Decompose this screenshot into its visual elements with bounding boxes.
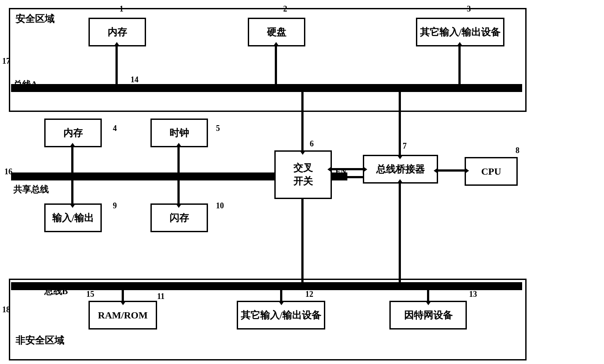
crossbar-switch: 交叉 开关 bbox=[274, 150, 332, 199]
arrow-cpu-bridge bbox=[438, 169, 465, 172]
arrow-other-io-top-bus bbox=[458, 46, 461, 84]
label-8: 8 bbox=[516, 146, 519, 155]
arrow-internet-busb bbox=[427, 290, 429, 301]
bus-a-label: 总线A bbox=[13, 79, 37, 91]
label-18: 18 bbox=[2, 305, 10, 314]
cpu: CPU bbox=[465, 157, 518, 186]
label-15: 15 bbox=[86, 290, 94, 299]
arrow-flash-sbus bbox=[177, 180, 180, 203]
nonsecure-zone-label: 非安全区域 bbox=[15, 334, 64, 347]
label-14: 14 bbox=[131, 75, 138, 84]
crossbar-switch-label: 交叉 开关 bbox=[293, 161, 313, 188]
bus-b-line bbox=[11, 282, 522, 290]
label-7: 7 bbox=[403, 142, 407, 151]
arrow-other-io-bot-busb bbox=[280, 290, 282, 301]
label-5: 5 bbox=[216, 124, 220, 133]
arrow-ramrom-busb bbox=[122, 290, 124, 301]
arrow-io-sbus bbox=[71, 180, 73, 203]
label-2: 2 bbox=[283, 4, 287, 14]
diagram: 安全区域 非安全区域 17 18 内存 1 硬盘 2 其它输入/输出设备 3 总… bbox=[0, 0, 604, 364]
arrow-memory-top-bus bbox=[115, 46, 118, 84]
arrow-busa-bridge bbox=[399, 92, 401, 155]
label-9: 9 bbox=[113, 201, 117, 211]
secure-zone-label: 安全区域 bbox=[15, 12, 54, 26]
bus-a-line bbox=[11, 84, 522, 92]
bus-b-label: 总线B bbox=[44, 285, 68, 297]
label-6: 6 bbox=[310, 139, 314, 149]
label-1: 1 bbox=[119, 4, 123, 14]
arrow-harddisk-bus bbox=[275, 46, 277, 84]
shared-bus-label: 共享总线 bbox=[13, 184, 49, 195]
label-17: 17 bbox=[2, 57, 10, 66]
label-13: 13 bbox=[469, 290, 477, 299]
label-16: 16 bbox=[4, 167, 12, 176]
label-11: 11 bbox=[157, 292, 165, 301]
label-12: 12 bbox=[305, 290, 313, 299]
arrow-crossbar-bridge bbox=[332, 168, 363, 170]
arrow-memory-mid-sbus bbox=[71, 147, 73, 172]
label-4: 4 bbox=[113, 124, 117, 133]
arrow-crossbar-busb bbox=[301, 199, 304, 282]
label-3: 3 bbox=[467, 4, 471, 14]
arrow-bridge-busb bbox=[399, 184, 401, 282]
label-10: 10 bbox=[216, 201, 224, 211]
arrow-busa-crossbar bbox=[301, 92, 304, 150]
arrow-clock-sbus bbox=[177, 147, 180, 172]
